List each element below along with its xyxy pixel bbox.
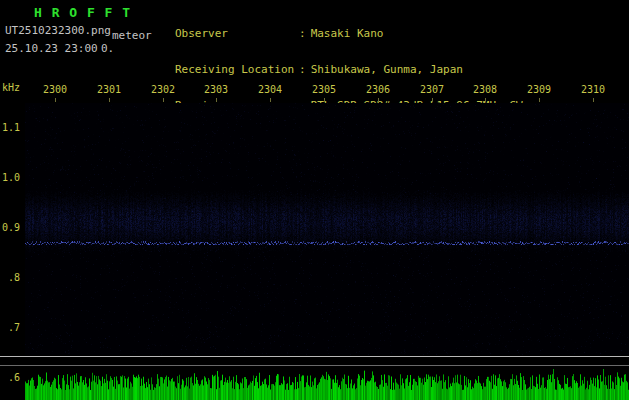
hrofft-screen: H R O F F T UT2510232300.png meteor 25.1… bbox=[0, 0, 629, 400]
x-tick-label: 2302 bbox=[148, 84, 178, 95]
info-label: Receiving Location bbox=[175, 64, 299, 76]
spectrogram-canvas bbox=[25, 103, 629, 355]
output-filename: UT2510232300.png bbox=[5, 24, 111, 37]
y-tick-label: 1.0 bbox=[0, 172, 20, 183]
info-value: Masaki Kano bbox=[311, 27, 384, 40]
x-tick-mark bbox=[109, 98, 110, 102]
x-tick-label: 2301 bbox=[94, 84, 124, 95]
x-tick-label: 2307 bbox=[417, 84, 447, 95]
x-tick-mark bbox=[593, 98, 594, 102]
x-tick-mark bbox=[163, 98, 164, 102]
x-tick-mark bbox=[432, 98, 433, 102]
x-tick-label: 2305 bbox=[309, 84, 339, 95]
y-tick-label: 0.9 bbox=[0, 222, 20, 233]
x-tick-label: 2304 bbox=[255, 84, 285, 95]
info-colon: : bbox=[299, 63, 306, 76]
x-tick-mark bbox=[324, 98, 325, 102]
y-axis-unit: kHz bbox=[2, 82, 20, 93]
x-tick-mark bbox=[270, 98, 271, 102]
x-tick-mark bbox=[55, 98, 56, 102]
signal-level-canvas bbox=[25, 368, 629, 400]
info-row: Receiving Location:Shibukawa, Gunma, Jap… bbox=[175, 64, 523, 76]
app-title: H R O F F T bbox=[34, 5, 131, 20]
x-tick-label: 2310 bbox=[578, 84, 608, 95]
x-tick-mark bbox=[378, 98, 379, 102]
x-tick-label: 2303 bbox=[201, 84, 231, 95]
x-tick-label: 2309 bbox=[524, 84, 554, 95]
echo-count-label: 0. bbox=[101, 42, 114, 55]
divider-line-top bbox=[0, 356, 629, 357]
divider-line-bottom bbox=[0, 365, 629, 366]
x-tick-label: 2306 bbox=[363, 84, 393, 95]
info-label: Observer bbox=[175, 28, 299, 40]
y-tick-label: .7 bbox=[0, 322, 20, 333]
x-tick-label: 2300 bbox=[40, 84, 70, 95]
info-colon: : bbox=[299, 27, 306, 40]
y-tick-label: .6 bbox=[0, 372, 20, 383]
info-row: Observer:Masaki Kano bbox=[175, 28, 523, 40]
x-tick-mark bbox=[539, 98, 540, 102]
y-tick-label: .8 bbox=[0, 272, 20, 283]
y-tick-label: 1.1 bbox=[0, 122, 20, 133]
datetime-label: 25.10.23 23:00 bbox=[5, 42, 98, 55]
x-tick-label: 2308 bbox=[470, 84, 500, 95]
station-label: meteor bbox=[112, 29, 152, 42]
info-value: Shibukawa, Gunma, Japan bbox=[311, 63, 463, 76]
x-tick-mark bbox=[485, 98, 486, 102]
x-tick-mark bbox=[216, 98, 217, 102]
